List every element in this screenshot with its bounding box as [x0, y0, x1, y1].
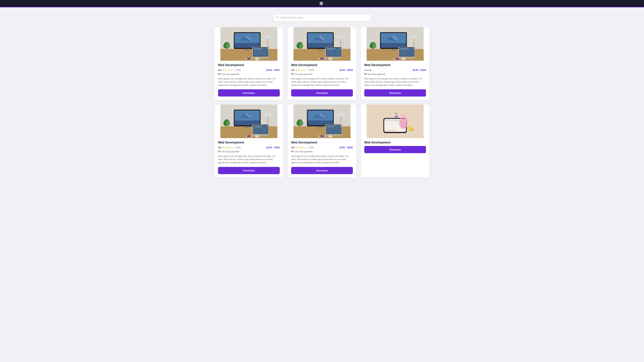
card-description: Here agency can manage their clients, pr…	[364, 77, 426, 87]
svg-rect-21	[254, 49, 260, 50]
svg-rect-81	[400, 49, 407, 50]
svg-rect-89	[398, 58, 415, 59]
price: $140 - $360	[340, 146, 353, 149]
svg-point-27	[264, 35, 271, 39]
card-description: Here agency can manage their clients, pr…	[291, 77, 353, 87]
svg-rect-20	[254, 48, 262, 49]
svg-rect-146	[340, 115, 341, 127]
purchase-button[interactable]: Purchase	[218, 167, 280, 174]
payment-icon	[218, 73, 220, 76]
dot[interactable]	[247, 58, 250, 59]
star-filled: ★	[295, 146, 298, 149]
card-card-3: Web Development Pricing $140 - $360 One …	[361, 27, 429, 100]
svg-rect-29	[252, 58, 269, 59]
card-meta: Pricing $140 - $360	[364, 68, 426, 71]
stars: ★★★★★	[222, 69, 234, 71]
dot[interactable]	[251, 135, 252, 137]
card-body: Web Development 4.0 ★★★★★ (126) $140 - $…	[215, 61, 283, 100]
svg-rect-56	[340, 37, 341, 50]
svg-rect-26	[267, 37, 268, 50]
star-filled: ★	[227, 69, 230, 71]
card-meta: 4.0 ★★★★★ (126) $140 - $360	[218, 68, 280, 71]
card-title: Web Development	[364, 141, 426, 144]
payment-icon	[291, 150, 294, 153]
svg-point-55	[299, 43, 303, 48]
purchase-button[interactable]: Purchase	[218, 89, 280, 96]
card-image: ★★★★★	[361, 105, 429, 138]
svg-point-87	[410, 35, 418, 39]
payment-type-label: One time payment	[221, 73, 239, 75]
svg-point-166	[395, 116, 396, 117]
purchase-button[interactable]: Purchase	[364, 146, 426, 153]
star-filled: ★	[222, 69, 224, 71]
payment-type-label: One time payment	[294, 150, 312, 153]
dot[interactable]	[247, 135, 250, 137]
price: $140 - $360	[266, 68, 280, 71]
rating-number: 4.0	[291, 69, 294, 71]
purchase-button[interactable]: Purchase	[291, 167, 353, 174]
star-filled: ★	[222, 146, 224, 149]
image-dots	[245, 135, 252, 137]
star-filled: ★	[227, 146, 230, 149]
svg-point-115	[226, 121, 230, 126]
star-filled: ★	[303, 146, 305, 149]
dot[interactable]	[320, 135, 324, 137]
dot[interactable]	[396, 58, 399, 59]
payment-icon	[364, 73, 366, 76]
star-filled: ★	[298, 146, 300, 149]
dot[interactable]	[320, 58, 324, 59]
card-title: Web Development	[291, 63, 353, 67]
search-box	[273, 14, 371, 21]
dot[interactable]	[324, 135, 326, 137]
price: $140 - $360	[266, 146, 280, 149]
svg-point-165	[404, 118, 405, 119]
svg-rect-31	[218, 74, 220, 74]
svg-rect-66	[391, 50, 396, 51]
search-input[interactable]	[280, 16, 368, 19]
payment-type-label: One time payment	[368, 73, 386, 75]
svg-point-170	[410, 128, 414, 131]
purchase-button[interactable]: Purchase	[291, 89, 353, 96]
svg-rect-50	[327, 48, 336, 49]
dot[interactable]	[324, 58, 326, 59]
payment-row: One time payment	[291, 150, 353, 153]
search-container	[215, 14, 429, 21]
dot[interactable]	[394, 58, 395, 59]
card-title: Web Development	[364, 63, 426, 67]
svg-text:★★★★★: ★★★★★	[386, 129, 395, 132]
card-title: Web Development	[218, 63, 280, 67]
svg-rect-140	[327, 126, 336, 126]
pricing-label: Pricing	[364, 69, 372, 71]
dot[interactable]	[245, 58, 246, 59]
rating-number: 4.0	[218, 146, 221, 149]
dot[interactable]	[245, 135, 246, 137]
svg-rect-157	[385, 124, 395, 125]
payment-icon	[218, 150, 220, 153]
card-image	[215, 27, 283, 61]
payment-type-label: One time payment	[221, 150, 239, 153]
dot[interactable]	[318, 58, 320, 59]
rating-row: 4.0 ★★★★★ (126)	[218, 146, 241, 149]
svg-point-167	[397, 116, 398, 117]
purchase-button[interactable]: Purchase	[364, 89, 426, 96]
svg-rect-141	[327, 127, 334, 127]
review-count: (126)	[236, 69, 240, 71]
star-filled: ★	[225, 146, 227, 149]
payment-row: One time payment	[364, 73, 426, 76]
svg-point-57	[337, 35, 344, 39]
star-filled: ★	[298, 69, 300, 71]
svg-rect-91	[364, 74, 366, 74]
card-card-6: ★★★★★ Web Development Purchase	[361, 105, 429, 177]
dot[interactable]	[392, 58, 393, 59]
dot[interactable]	[251, 58, 252, 59]
star-filled: ★	[300, 69, 302, 71]
card-image	[288, 105, 356, 138]
dot[interactable]	[318, 135, 320, 137]
star-filled: ★	[295, 69, 298, 71]
stars: ★★★★★	[222, 146, 234, 149]
rating-row: 4.0 ★★★★★ (126)	[291, 146, 314, 149]
svg-point-147	[337, 113, 344, 116]
card-body: Web Development 4.0 ★★★★★ (126) $140 - $…	[288, 61, 356, 100]
star-empty: ★	[306, 69, 308, 71]
card-card-2: Web Development 4.0 ★★★★★ (126) $140 - $…	[288, 27, 356, 100]
